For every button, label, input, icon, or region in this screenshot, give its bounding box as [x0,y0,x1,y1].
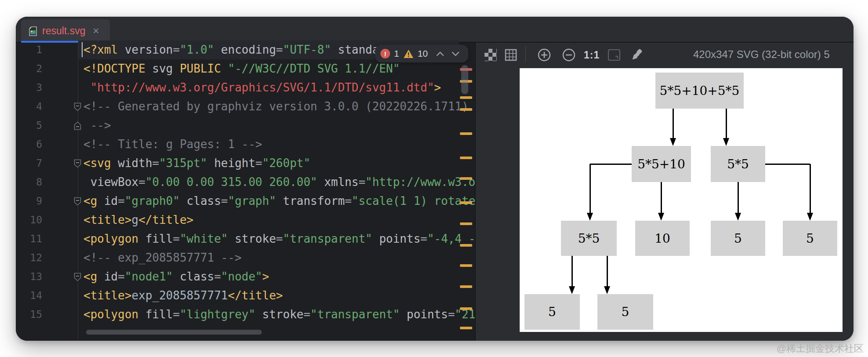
code-line[interactable]: --> [83,116,475,135]
horizontal-scrollbar[interactable] [86,330,262,335]
warning-stripe-mark [460,201,472,204]
tree-edge [590,164,591,214]
zoom-out-icon[interactable] [562,47,576,62]
tree-edge-arrowhead [735,213,741,221]
tree-node-f: 5 [783,221,837,256]
warning-stripe-mark [460,222,472,225]
toolbar-separator [525,46,526,62]
watermark: @稀土掘金技术社区 [777,342,864,355]
screenshot-stage: result.svg ✕ 123456789101112131415 <?xml… [0,0,868,357]
tree-edge [571,256,573,287]
warning-stripe-mark [460,307,472,310]
next-issue-button[interactable] [452,51,459,56]
warning-stripe-mark [460,285,472,288]
warning-stripe-mark [460,177,472,180]
svg-preview-canvas: 5*5+10+5*55*5+105*55*5105555 [520,68,843,332]
tree-edge [590,164,632,165]
tree-edge [726,109,727,139]
code-line[interactable]: <title>g</title> [83,211,475,230]
image-file-icon [28,26,38,36]
warning-stripe-mark [460,327,472,329]
line-number[interactable]: 7 [16,154,42,173]
code-line[interactable]: <title>exp_2085857771</title> [83,286,475,305]
fold-marker[interactable] [74,273,81,281]
warning-stripe-mark [460,96,472,99]
code-line[interactable]: viewBox="0.00 0.00 315.00 260.00" xmlns=… [83,173,475,192]
line-number[interactable]: 14 [16,286,42,305]
line-number[interactable]: 2 [16,59,42,78]
tree-node-c: 5*5 [561,221,617,256]
vertical-scrollbar[interactable] [461,65,468,94]
tree-edge-arrowhead [658,213,664,221]
warning-stripe-mark [460,264,472,267]
gutter-separator [78,43,78,341]
tree-node-g: 5 [524,294,580,330]
tree-edge [607,256,608,287]
warning-stripe-mark [460,157,472,159]
warning-stripe-mark [460,244,472,247]
line-number[interactable]: 12 [16,248,42,267]
actual-size-icon[interactable]: 1:1 [584,47,600,62]
tree-node-e: 5 [711,221,765,256]
tab-title: result.svg [42,25,85,37]
line-number[interactable]: 8 [16,173,42,192]
line-number[interactable]: 3 [16,78,42,97]
fold-marker[interactable] [74,197,81,206]
line-number[interactable]: 1 [16,40,42,59]
tab-result-svg[interactable]: result.svg ✕ [21,19,110,43]
line-number[interactable]: 5 [16,116,42,135]
tree-edge [738,182,739,214]
line-number[interactable]: 13 [16,267,42,286]
checkerboard-icon[interactable] [485,47,497,62]
grid-icon[interactable] [505,47,517,62]
svg-preview-pane: 1:1 420x347 SVG (32-bit color) 5 [476,43,854,341]
tree-node-root: 5*5+10+5*5 [655,73,744,109]
tree-node-d: 10 [635,221,690,256]
error-icon: ! [380,49,390,58]
fold-marker[interactable] [74,121,81,130]
tree-node-a: 5*5+10 [632,146,691,182]
code-line[interactable]: <g id="graph0" class="graph" transform="… [83,192,475,211]
tree-edge-arrowhead [723,138,729,146]
code-line[interactable]: <g id="node1" class="node"> [83,267,475,286]
warning-stripe-mark [460,132,472,135]
previous-issue-button[interactable] [436,51,444,56]
zoom-in-icon[interactable] [537,47,551,62]
code-line[interactable]: <!-- Generated by graphviz version 3.0.0… [83,97,475,116]
tree-edge-arrowhead [807,213,813,221]
code-line[interactable]: <polygon fill="white" stroke="transparen… [83,230,475,248]
warning-count: 10 [418,48,428,59]
tree-node-h: 5 [597,294,653,330]
tree-edge-arrowhead [569,286,575,294]
line-number[interactable]: 15 [16,305,42,324]
warning-icon [403,49,414,58]
code-line[interactable]: <!-- Title: g Pages: 1 --> [83,135,475,154]
line-number[interactable]: 11 [16,230,42,248]
editor-tab-bar: result.svg ✕ [16,17,854,43]
code-line[interactable]: "http://www.w3.org/Graphics/SVG/1.1/DTD/… [83,78,475,97]
inspections-widget[interactable]: ! 1 10 [375,45,468,62]
fit-content-icon[interactable] [608,47,621,62]
error-count: 1 [394,48,399,59]
tree-edge [673,109,674,139]
line-number[interactable]: 4 [16,97,42,116]
image-info-text: 420x347 SVG (32-bit color) 5 [693,48,830,61]
text-caret [82,42,83,57]
tree-edge-arrowhead [587,213,593,221]
color-picker-icon[interactable] [630,47,644,62]
line-number[interactable]: 9 [16,192,42,211]
ide-window: result.svg ✕ 123456789101112131415 <?xml… [16,17,854,341]
code-line[interactable]: <!-- exp_2085857771 --> [83,248,475,267]
fold-marker[interactable] [74,159,81,168]
tree-edge [810,164,811,214]
tree-edge [765,164,810,165]
line-number[interactable]: 6 [16,135,42,154]
tree-edge [661,182,662,214]
warning-stripe-mark [460,108,472,111]
tree-node-b: 5*5 [711,146,765,182]
close-icon[interactable]: ✕ [92,26,99,36]
line-number[interactable]: 10 [16,211,42,230]
fold-marker[interactable] [74,102,81,111]
code-line[interactable]: <polygon fill="lightgrey" stroke="transp… [83,305,475,324]
code-line[interactable]: <svg width="315pt" height="260pt" [83,154,475,173]
